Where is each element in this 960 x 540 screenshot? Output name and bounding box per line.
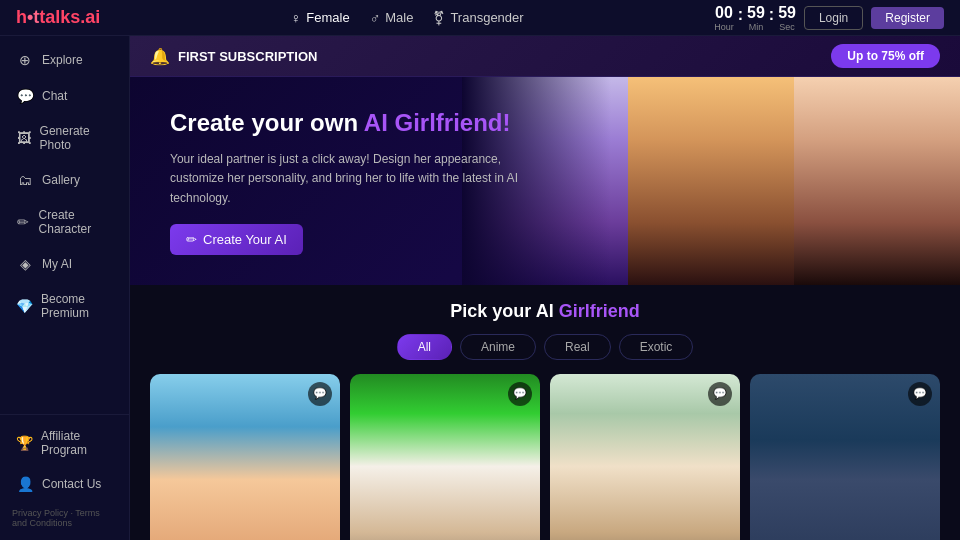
explore-icon: ⊕ (16, 52, 34, 68)
hero-title: Create your own AI Girlfriend! (170, 107, 545, 138)
nav-tab-transgender-label: Transgender (450, 10, 523, 25)
register-button[interactable]: Register (871, 7, 944, 29)
timer-sep2: : (769, 6, 774, 32)
create-ai-icon: ✏ (186, 232, 197, 247)
hero-section: Create your own AI Girlfriend! Your idea… (130, 77, 960, 285)
sidebar-item-my-ai-label: My AI (42, 257, 72, 271)
sidebar-item-chat[interactable]: 💬 Chat (4, 79, 125, 113)
nav-tabs: ♀ Female ♂ Male ⚧ Transgender (291, 10, 524, 26)
subscription-label: FIRST SUBSCRIPTION (178, 49, 317, 64)
sidebar-item-become-premium-label: Become Premium (41, 292, 113, 320)
pick-title-plain: Pick your AI (450, 301, 558, 321)
sidebar-item-create-character[interactable]: ✏ Create Character (4, 199, 125, 245)
timer-sec-label: Sec (779, 22, 795, 32)
pick-section: Pick your AI Girlfriend All Anime Real E… (130, 285, 960, 540)
contact-icon: 👤 (16, 476, 34, 492)
sidebar-bottom: 🏆 Affiliate Program 👤 Contact Us Privacy… (0, 414, 129, 534)
hero-title-plain: Create your own (170, 109, 364, 136)
sidebar-footer: Privacy Policy · Terms and Conditions (0, 502, 129, 534)
filter-tab-all[interactable]: All (397, 334, 452, 360)
create-character-icon: ✏ (16, 214, 31, 230)
nav-tab-female[interactable]: ♀ Female (291, 10, 350, 26)
filter-tabs: All Anime Real Exotic (150, 334, 940, 360)
sidebar-item-create-character-label: Create Character (39, 208, 113, 236)
sidebar-item-contact-us[interactable]: 👤 Contact Us (4, 467, 125, 501)
card-3-msg-icon[interactable]: 💬 (708, 382, 732, 406)
transgender-icon: ⚧ (433, 10, 445, 26)
timer-min-label: Min (749, 22, 764, 32)
card-2[interactable]: 💬 (350, 374, 540, 540)
card-4-msg-icon[interactable]: 💬 (908, 382, 932, 406)
timer-seconds: 59 (778, 4, 796, 22)
create-ai-button[interactable]: ✏ Create Your AI (170, 224, 303, 255)
card-2-msg-icon[interactable]: 💬 (508, 382, 532, 406)
cards-grid: 💬 💬 💬 💬 (150, 374, 940, 540)
timer-hour-label: Hour (714, 22, 734, 32)
affiliate-icon: 🏆 (16, 435, 33, 451)
my-ai-icon: ◈ (16, 256, 34, 272)
filter-tab-exotic[interactable]: Exotic (619, 334, 694, 360)
nav-tab-male-label: Male (385, 10, 413, 25)
countdown-timer: 00 Hour : 59 Min : 59 Sec (714, 4, 796, 32)
timer-minutes: 59 (747, 4, 765, 22)
sidebar-item-gallery[interactable]: 🗂 Gallery (4, 163, 125, 197)
sidebar-item-generate-photo-label: Generate Photo (40, 124, 113, 152)
sidebar-item-contact-us-label: Contact Us (42, 477, 101, 491)
generate-photo-icon: 🖼 (16, 130, 32, 146)
chat-icon: 💬 (16, 88, 34, 104)
header-actions: 00 Hour : 59 Min : 59 Sec Login Register (714, 4, 944, 32)
sidebar-item-my-ai[interactable]: ◈ My AI (4, 247, 125, 281)
subscription-cta[interactable]: Up to 75% off (831, 44, 940, 68)
hero-content: Create your own AI Girlfriend! Your idea… (170, 107, 545, 255)
nav-tab-male[interactable]: ♂ Male (370, 10, 414, 26)
create-ai-label: Create Your AI (203, 232, 287, 247)
footer-text: Privacy Policy · Terms and Conditions (12, 508, 100, 528)
main-layout: ⊕ Explore 💬 Chat 🖼 Generate Photo 🗂 Gall… (0, 36, 960, 540)
sidebar: ⊕ Explore 💬 Chat 🖼 Generate Photo 🗂 Gall… (0, 36, 130, 540)
login-button[interactable]: Login (804, 6, 863, 30)
pick-title: Pick your AI Girlfriend (150, 301, 940, 322)
become-premium-icon: 💎 (16, 298, 33, 314)
nav-tab-transgender[interactable]: ⚧ Transgender (433, 10, 523, 26)
logo-brand: h•ttalks.ai (16, 7, 100, 28)
filter-tab-real[interactable]: Real (544, 334, 611, 360)
pick-title-highlight: Girlfriend (559, 301, 640, 321)
hero-title-highlight: AI Girlfriend! (364, 109, 511, 136)
card-1[interactable]: 💬 (150, 374, 340, 540)
logo: h•ttalks.ai (16, 7, 100, 28)
subscription-icon: 🔔 (150, 47, 170, 66)
sidebar-item-affiliate-label: Affiliate Program (41, 429, 113, 457)
sidebar-item-explore[interactable]: ⊕ Explore (4, 43, 125, 77)
sidebar-item-chat-label: Chat (42, 89, 67, 103)
sidebar-item-become-premium[interactable]: 💎 Become Premium (4, 283, 125, 329)
subscription-banner: 🔔 FIRST SUBSCRIPTION Up to 75% off (130, 36, 960, 77)
filter-tab-anime[interactable]: Anime (460, 334, 536, 360)
gallery-icon: 🗂 (16, 172, 34, 188)
card-1-msg-icon[interactable]: 💬 (308, 382, 332, 406)
timer-hours: 00 (715, 4, 733, 22)
sidebar-item-explore-label: Explore (42, 53, 83, 67)
sidebar-item-affiliate[interactable]: 🏆 Affiliate Program (4, 420, 125, 466)
sidebar-item-gallery-label: Gallery (42, 173, 80, 187)
card-3[interactable]: 💬 (550, 374, 740, 540)
hero-img-model (794, 77, 960, 285)
content-area: 🔔 FIRST SUBSCRIPTION Up to 75% off Creat… (130, 36, 960, 540)
male-icon: ♂ (370, 10, 381, 26)
nav-tab-female-label: Female (306, 10, 349, 25)
timer-sep1: : (738, 6, 743, 32)
hero-img-blonde (628, 77, 794, 285)
header: h•ttalks.ai ♀ Female ♂ Male ⚧ Transgende… (0, 0, 960, 36)
sidebar-item-generate-photo[interactable]: 🖼 Generate Photo (4, 115, 125, 161)
subscription-label-group: 🔔 FIRST SUBSCRIPTION (150, 47, 317, 66)
card-4[interactable]: 💬 (750, 374, 940, 540)
female-icon: ♀ (291, 10, 302, 26)
hero-description: Your ideal partner is just a click away!… (170, 150, 545, 208)
